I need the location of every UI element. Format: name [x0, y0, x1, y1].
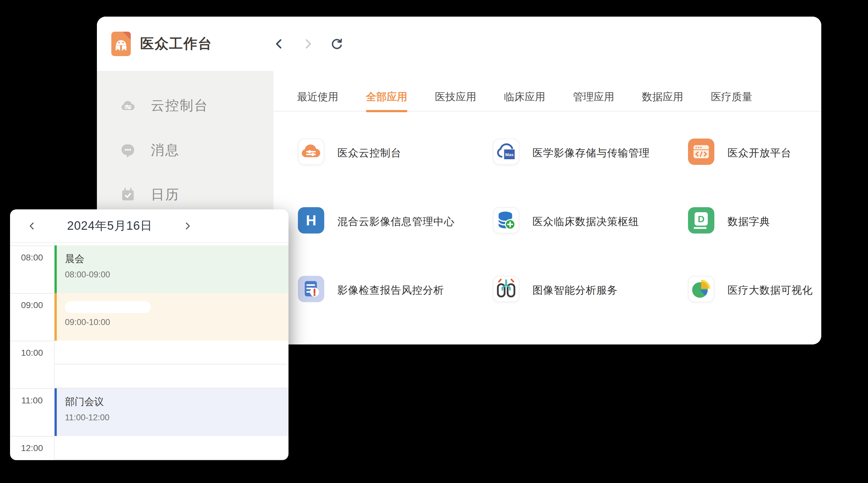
event-time: 09:00-10:00 [65, 318, 288, 327]
tab-data-apps[interactable]: 数据应用 [642, 90, 683, 111]
screen: 医众工作台 [0, 0, 868, 483]
app-label: 医学影像存储与传输管理 [532, 146, 650, 160]
report-alert-icon [298, 276, 324, 302]
content-area: 最近使用 全部应用 医技应用 临床应用 管理应用 数据应用 医疗质量 [274, 71, 821, 345]
tab-bar: 最近使用 全部应用 医技应用 临床应用 管理应用 数据应用 医疗质量 [274, 71, 821, 111]
sidebar-item-label: 日历 [151, 186, 180, 204]
calendar-events-column: 晨会 08:00-09:00 09:00-10:00 部门会议 11:00-12… [54, 243, 288, 459]
sidebar-item-cloud-console[interactable]: 云控制台 [97, 84, 274, 128]
app-grid: 医众云控制台 Mas 医学影像存储与传输管理 [274, 111, 821, 345]
calendar-next-day-button[interactable] [181, 219, 194, 233]
calendar-icon [120, 186, 136, 203]
refresh-button[interactable] [330, 37, 344, 51]
app-logo-icon [111, 32, 131, 56]
app-image-ai-analysis[interactable]: 图像智能分析服务 [493, 276, 688, 345]
cloud-settings-icon [120, 97, 136, 114]
message-icon [120, 142, 136, 159]
calendar-event-department-meeting[interactable]: 部门会议 11:00-12:00 [55, 388, 288, 436]
app-label: 混合云影像信息管理中心 [337, 215, 455, 229]
app-cloud-console[interactable]: 医众云控制台 [298, 138, 493, 207]
tab-clinical-apps[interactable]: 临床应用 [504, 90, 545, 111]
pie-chart-icon [688, 276, 714, 302]
code-window-icon [688, 138, 714, 165]
letter-h-icon: H [298, 207, 324, 233]
app-label: 医众临床数据决策枢纽 [532, 215, 639, 229]
window-header: 医众工作台 [97, 17, 821, 71]
svg-text:D: D [698, 214, 705, 224]
time-label: 09:00 [10, 294, 54, 317]
calendar-grid: 晨会 08:00-09:00 09:00-10:00 部门会议 11:00-12… [55, 246, 288, 460]
window-title: 医众工作台 [140, 34, 212, 53]
app-clinical-data-hub[interactable]: 医众临床数据决策枢纽 [493, 207, 688, 276]
forward-button[interactable] [301, 37, 315, 51]
calendar-panel: 2024年5月16日 08:00 09:00 10:00 11:00 12:00 [10, 210, 288, 460]
calendar-header: 2024年5月16日 [10, 210, 288, 243]
calendar-event-redacted[interactable]: 09:00-10:00 [55, 293, 288, 341]
svg-text:Mas: Mas [505, 152, 513, 157]
tab-management-apps[interactable]: 管理应用 [573, 90, 614, 111]
time-label: 10:00 [10, 341, 54, 364]
event-time: 11:00-12:00 [65, 413, 288, 422]
nav-controls [272, 37, 344, 51]
app-label: 图像智能分析服务 [532, 283, 618, 297]
tab-medical-quality[interactable]: 医疗质量 [711, 90, 752, 111]
app-label: 影像检查报告风控分析 [337, 283, 444, 297]
mas-cloud-icon: Mas [493, 138, 519, 165]
cloud-console-icon [298, 138, 324, 165]
app-big-data-visualization[interactable]: 医疗大数据可视化 [688, 276, 821, 345]
app-label: 数据字典 [727, 215, 770, 229]
time-label: 11:00 [10, 389, 54, 412]
app-label: 医众云控制台 [337, 146, 401, 160]
sidebar-item-messages[interactable]: 消息 [97, 128, 274, 172]
tab-recent[interactable]: 最近使用 [297, 90, 338, 111]
sidebar-item-label: 云控制台 [151, 97, 209, 115]
dictionary-book-icon: D [688, 207, 714, 233]
chevron-right-icon [183, 221, 192, 231]
calendar-time-gutter: 08:00 09:00 10:00 11:00 12:00 [10, 243, 54, 459]
refresh-icon [331, 38, 343, 50]
tab-all-apps[interactable]: 全部应用 [366, 90, 407, 111]
app-hybrid-cloud-center[interactable]: H 混合云影像信息管理中心 [298, 207, 493, 276]
back-button[interactable] [272, 37, 286, 51]
chevron-right-icon [302, 38, 314, 50]
app-imaging-storage[interactable]: Mas 医学影像存储与传输管理 [493, 138, 688, 207]
calendar-prev-day-button[interactable] [25, 219, 39, 233]
app-data-dictionary[interactable]: D 数据字典 [688, 207, 821, 276]
calendar-date-title: 2024年5月16日 [67, 218, 152, 234]
calendar-body: 08:00 09:00 10:00 11:00 12:00 晨会 08:00-0… [10, 243, 288, 459]
app-label: 医众开放平台 [727, 146, 792, 160]
event-title-redacted-pill [65, 301, 151, 313]
event-time: 08:00-09:00 [65, 270, 288, 280]
app-report-risk-analysis[interactable]: 影像检查报告风控分析 [298, 276, 493, 345]
event-title: 部门会议 [65, 395, 288, 409]
app-open-platform[interactable]: 医众开放平台 [688, 138, 821, 207]
event-title: 晨会 [65, 252, 288, 265]
time-label: 08:00 [10, 246, 54, 269]
lungs-icon [493, 276, 519, 302]
calendar-event-morning-meeting[interactable]: 晨会 08:00-09:00 [55, 246, 288, 293]
app-label: 医疗大数据可视化 [727, 283, 813, 297]
time-label: 12:00 [10, 437, 54, 460]
sidebar-item-label: 消息 [151, 141, 180, 159]
chevron-left-icon [273, 38, 285, 50]
tab-medtech-apps[interactable]: 医技应用 [435, 90, 476, 111]
database-plus-icon [493, 207, 519, 233]
chevron-left-icon [27, 221, 37, 231]
